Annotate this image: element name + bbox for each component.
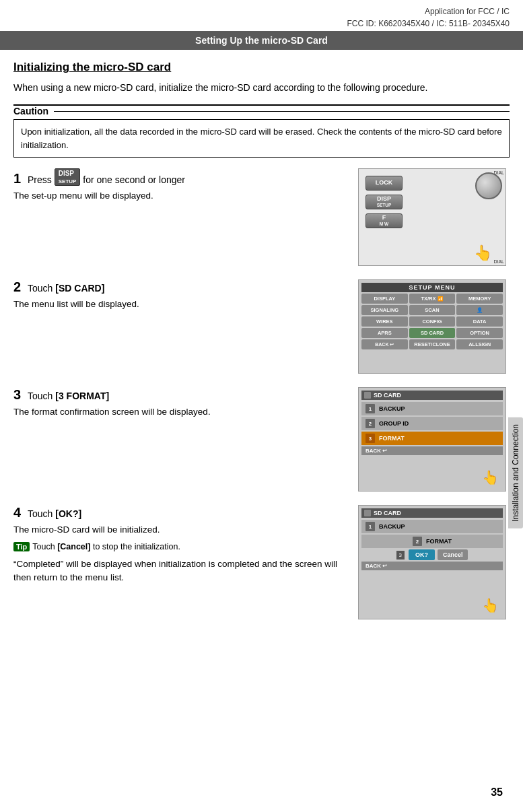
sdcard-title-4: SD CARD xyxy=(361,508,503,518)
fm-btn: F M W xyxy=(365,213,403,228)
menu-title: SETUP MENU xyxy=(361,283,503,292)
header-line2: FCC ID: K6620345X40 / IC: 511B- 20345X40 xyxy=(13,18,510,30)
menu-option: OPTION xyxy=(456,328,503,338)
section-title: Setting Up the micro-SD Card xyxy=(195,35,328,46)
page-container: Application for FCC / IC FCC ID: K662034… xyxy=(0,0,523,812)
menu-grid: DISPLAY TX/RX 📶 MEMORY SIGNALING SCAN 👤 … xyxy=(361,294,503,349)
step-3-sub: The format confirmation screen will be d… xyxy=(13,405,344,419)
menu-scan: SCAN xyxy=(409,305,456,315)
step-3-number: 3 xyxy=(13,387,21,402)
step-3-action: Touch [3 FORMAT] xyxy=(28,391,109,401)
step-1-text: 1 Press DISPSETUP for one second or long… xyxy=(13,168,344,203)
menu-memory: MEMORY xyxy=(456,294,503,304)
device-image-4: SD CARD 1 BACKUP 2 FORMAT 3 OK? xyxy=(358,505,506,619)
step-1-action: Press DISPSETUP for one second or longer xyxy=(28,174,185,185)
device-image-2: SETUP MENU DISPLAY TX/RX 📶 MEMORY SIGNAL… xyxy=(358,279,506,374)
item-num-1: 1 xyxy=(365,404,375,413)
menu-signaling: SIGNALING xyxy=(361,305,408,315)
menu-txrx: TX/RX 📶 xyxy=(409,294,456,304)
device-buttons: LOCK DISP SETUP F M W xyxy=(365,176,403,228)
menu-config: CONFIG xyxy=(409,316,456,327)
step-2-image: SETUP MENU DISPLAY TX/RX 📶 MEMORY SIGNAL… xyxy=(355,279,510,374)
step-3-header: 3 Touch [3 FORMAT] xyxy=(13,387,344,403)
sdcard-item-3: 3 FORMAT xyxy=(361,432,503,445)
back-row-3: BACK ↩ xyxy=(361,446,503,455)
step-1: 1 Press DISPSETUP for one second or long… xyxy=(13,168,510,266)
side-tab: Installation and Connection xyxy=(508,417,523,529)
item-num-2: 2 xyxy=(365,419,375,428)
tip-text: Touch [Cancel] to stop the initializatio… xyxy=(32,541,180,553)
step-4-image: SD CARD 1 BACKUP 2 FORMAT 3 OK? xyxy=(355,505,510,619)
sdcard-item-4-2: 2 FORMAT xyxy=(361,535,503,548)
step-4-number: 4 xyxy=(13,505,21,520)
finger-icon-3: 👆 xyxy=(482,469,499,485)
step-2-number: 2 xyxy=(13,279,21,294)
caution-text: Upon initialization, all the data record… xyxy=(13,119,510,158)
step-4-header: 4 Touch [OK?] xyxy=(13,505,344,520)
step-4-sub1: The micro-SD card will be initialized. xyxy=(13,523,344,537)
item-num-4-1: 1 xyxy=(365,522,375,531)
menu-aprs: APRS xyxy=(361,328,408,338)
step-1-header: 1 Press DISPSETUP for one second or long… xyxy=(13,168,344,187)
sdcard-format-row: 3 OK? Cancel xyxy=(361,549,503,560)
step-2-bold: [SD CARD] xyxy=(55,283,104,294)
step-4-text: 4 Touch [OK?] The micro-SD card will be … xyxy=(13,505,344,585)
item-num-4-2: 2 xyxy=(413,537,422,546)
cancel-button[interactable]: Cancel xyxy=(438,549,468,560)
knob xyxy=(475,172,502,199)
item-num-4-3: 3 xyxy=(396,551,405,560)
step-1-number: 1 xyxy=(13,171,21,186)
sdcard-item-2: 2 GROUP ID xyxy=(361,417,503,430)
step-2-action: Touch [SD CARD] xyxy=(28,283,104,294)
finger-icon-4: 👆 xyxy=(482,597,499,613)
tip-label: Tip xyxy=(13,542,30,551)
menu-screen: SETUP MENU DISPLAY TX/RX 📶 MEMORY SIGNAL… xyxy=(359,280,505,373)
menu-data: DATA xyxy=(456,316,503,327)
dial-label-bottom: DIAL xyxy=(493,259,504,264)
step-2-sub: The menu list will be displayed. xyxy=(13,298,344,311)
menu-wires: WIRES xyxy=(361,316,408,327)
sd-icon-4 xyxy=(364,510,371,516)
menu-display: DISPLAY xyxy=(361,294,408,304)
step-3-image: SD CARD 1 BACKUP 2 GROUP ID 3 FORMAT xyxy=(355,387,510,492)
intro-text: When using a new micro-SD card, initiali… xyxy=(13,81,510,95)
caution-box: Caution Upon initialization, all the dat… xyxy=(13,104,510,158)
step-4-sub2: “Completed” will be displayed when initi… xyxy=(13,557,344,585)
sdcard-item-1: 1 BACKUP xyxy=(361,402,503,415)
sdcard-item-4-1: 1 BACKUP xyxy=(361,520,503,533)
device-image-1: LOCK DISP SETUP F M W DIAL xyxy=(358,168,506,266)
step-3: 3 Touch [3 FORMAT] The format confirmati… xyxy=(13,387,510,492)
lock-btn: LOCK xyxy=(365,176,403,191)
menu-back: BACK ↩ xyxy=(361,339,408,349)
step-1-sub: The set-up menu will be displayed. xyxy=(13,189,344,203)
header: Application for FCC / IC FCC ID: K662034… xyxy=(0,0,523,31)
sdcard-title-3: SD CARD xyxy=(361,391,503,400)
step-4-action: Touch [OK?] xyxy=(28,508,81,519)
page-number: 35 xyxy=(491,786,503,799)
menu-sdcard: SD CARD xyxy=(409,328,456,338)
finger-icon: 👆 xyxy=(474,244,492,262)
item-num-3: 3 xyxy=(365,434,375,443)
disp-button: DISPSETUP xyxy=(55,168,81,186)
step-1-image: LOCK DISP SETUP F M W DIAL xyxy=(355,168,510,266)
header-line1: Application for FCC / IC xyxy=(13,5,510,18)
caution-label: Caution xyxy=(13,106,510,116)
menu-allsign: ALLSIGN xyxy=(456,339,503,349)
menu-reset: RESET/CLONE xyxy=(409,339,456,349)
dispsetup-btn: DISP SETUP xyxy=(365,195,403,209)
tip-box: Tip Touch [Cancel] to stop the initializ… xyxy=(13,541,344,553)
back-row-4: BACK ↩ xyxy=(361,562,503,570)
step-3-bold: [3 FORMAT] xyxy=(55,391,109,401)
step-4-bold: [OK?] xyxy=(55,508,81,519)
section-title-bar: Setting Up the micro-SD Card xyxy=(0,31,523,50)
ok-button[interactable]: OK? xyxy=(409,549,435,560)
device-image-3: SD CARD 1 BACKUP 2 GROUP ID 3 FORMAT xyxy=(358,387,506,492)
step-3-text: 3 Touch [3 FORMAT] The format confirmati… xyxy=(13,387,344,419)
page-heading: Initializing the micro-SD card xyxy=(13,61,510,74)
step-2-text: 2 Touch [SD CARD] The menu list will be … xyxy=(13,279,344,311)
step-2-header: 2 Touch [SD CARD] xyxy=(13,279,344,295)
step-4: 4 Touch [OK?] The micro-SD card will be … xyxy=(13,505,510,619)
sd-icon-3 xyxy=(364,392,371,399)
step-2: 2 Touch [SD CARD] The menu list will be … xyxy=(13,279,510,374)
main-content: Initializing the micro-SD card When usin… xyxy=(0,61,523,646)
